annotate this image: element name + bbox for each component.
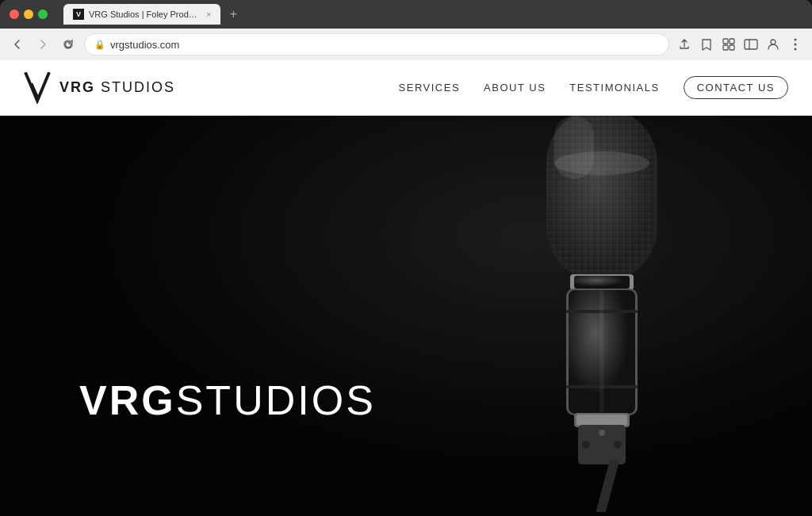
hero-section: VRGSTUDIOS <box>0 116 812 516</box>
nav-contact[interactable]: CONTACT US <box>684 76 788 99</box>
close-window-button[interactable] <box>10 10 19 19</box>
profile-icon[interactable] <box>764 36 782 53</box>
sidebar-icon[interactable] <box>742 36 760 53</box>
extensions-icon[interactable] <box>720 36 737 53</box>
svg-point-6 <box>771 40 776 44</box>
svg-point-27 <box>614 441 622 449</box>
svg-rect-2 <box>723 45 728 50</box>
traffic-lights <box>10 10 48 19</box>
svg-point-16 <box>554 151 649 175</box>
website-content: VRG STUDIOS SERVICES ABOUT US TESTIMONIA… <box>0 60 812 516</box>
bookmark-icon[interactable] <box>698 36 715 53</box>
mic-svg <box>491 116 729 512</box>
logo-studios: STUDIOS <box>95 79 175 95</box>
logo-text: VRG STUDIOS <box>59 79 175 96</box>
hero-text: VRGSTUDIOS <box>79 380 376 421</box>
site-logo[interactable]: VRG STUDIOS <box>24 72 175 104</box>
minimize-window-button[interactable] <box>24 10 33 19</box>
nav-testimonials[interactable]: TESTIMONIALS <box>569 82 659 94</box>
more-icon[interactable] <box>787 36 804 53</box>
hero-title: VRGSTUDIOS <box>79 380 376 421</box>
svg-rect-4 <box>745 40 757 49</box>
hero-title-studios: STUDIOS <box>176 377 376 423</box>
back-button[interactable] <box>8 35 27 54</box>
tab-favicon: V <box>73 9 84 20</box>
svg-point-7 <box>795 39 797 41</box>
logo-v-icon <box>24 72 52 104</box>
url-text: vrgstudios.com <box>110 39 179 51</box>
forward-button[interactable] <box>33 35 52 54</box>
site-nav: VRG STUDIOS SERVICES ABOUT US TESTIMONIA… <box>0 60 812 116</box>
nav-services[interactable]: SERVICES <box>399 82 461 94</box>
hero-title-vrg: VRG <box>79 377 176 423</box>
logo-vrg: VRG <box>59 79 95 95</box>
title-bar: V VRG Studios | Foley Productio... × + <box>0 0 812 29</box>
browser-toolbar: 🔒 vrgstudios.com <box>0 29 812 60</box>
svg-rect-0 <box>723 39 728 44</box>
tab-bar: V VRG Studios | Foley Productio... × + <box>63 4 802 25</box>
svg-rect-18 <box>574 276 630 289</box>
tab-favicon-icon: V <box>76 10 81 18</box>
share-icon[interactable] <box>676 36 693 53</box>
reload-button[interactable] <box>59 35 78 54</box>
svg-rect-1 <box>730 39 734 44</box>
active-tab[interactable]: V VRG Studios | Foley Productio... × <box>63 4 220 25</box>
nav-about[interactable]: ABOUT US <box>484 82 546 94</box>
tab-title: VRG Studios | Foley Productio... <box>89 10 200 19</box>
svg-rect-3 <box>730 45 734 50</box>
svg-point-28 <box>599 430 605 436</box>
svg-rect-24 <box>576 415 627 426</box>
browser-window: V VRG Studios | Foley Productio... × + <box>0 0 812 516</box>
maximize-window-button[interactable] <box>38 10 48 19</box>
nav-links: SERVICES ABOUT US TESTIMONIALS CONTACT U… <box>399 76 788 99</box>
lock-icon: 🔒 <box>94 40 105 50</box>
new-tab-button[interactable]: + <box>224 5 243 24</box>
svg-rect-29 <box>593 459 619 512</box>
svg-rect-30 <box>599 290 604 413</box>
toolbar-actions <box>676 36 804 53</box>
svg-point-8 <box>795 44 797 46</box>
microphone-illustration <box>471 116 749 500</box>
svg-point-26 <box>582 441 590 449</box>
tab-close-button[interactable]: × <box>206 10 211 19</box>
svg-point-9 <box>795 48 797 51</box>
address-bar[interactable]: 🔒 vrgstudios.com <box>84 33 669 55</box>
